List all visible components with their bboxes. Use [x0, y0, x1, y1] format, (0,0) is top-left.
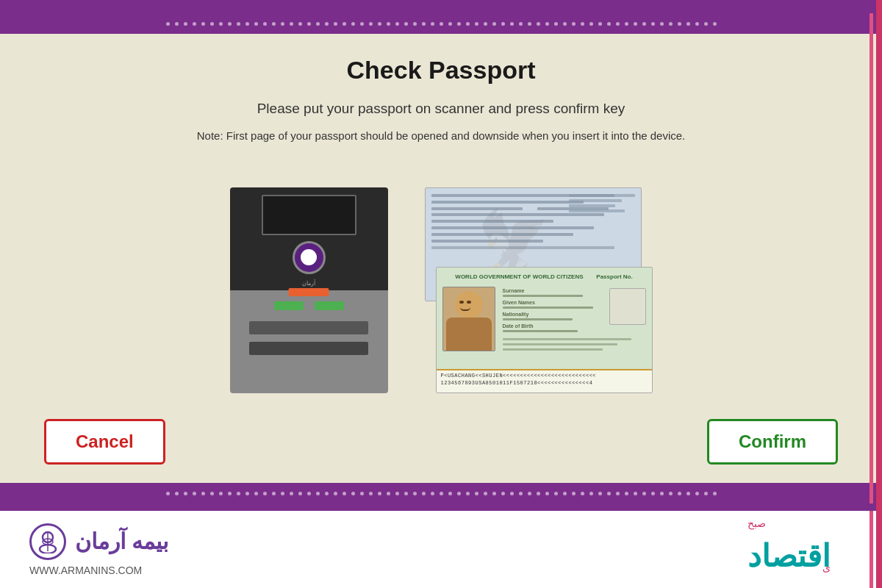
- mrz-line-2: 1234567893USA8501011F1507218<<<<<<<<<<<<…: [441, 380, 648, 386]
- arman-logo-text: بیمه آرمان: [75, 528, 168, 554]
- buttons-container: Cancel Confirm: [44, 419, 838, 465]
- page-title: Check Passport: [44, 56, 838, 85]
- eqtesad-logo: صبح اقتصاد ی: [747, 528, 831, 572]
- footer-left-logo: بیمه آرمان WWW.ARMANINS.COM: [29, 523, 168, 576]
- main-instruction: Please put your passport on scanner and …: [44, 101, 838, 117]
- arman-website: WWW.ARMANINS.COM: [29, 564, 142, 576]
- mrz-line-1: P<USACHANG<<SHUJEN<<<<<<<<<<<<<<<<<<<<<<…: [441, 373, 648, 379]
- purple-top-bar: [0, 13, 882, 34]
- arman-logo-icon: [29, 523, 66, 560]
- images-area: آرمان: [44, 163, 838, 417]
- atm-logo: [293, 241, 326, 274]
- note-instruction: Note: First page of your passport should…: [44, 127, 838, 145]
- pink-bar-right2: [870, 511, 873, 588]
- footer: بیمه آرمان WWW.ARMANINS.COM صبح اقتصاد ی: [0, 511, 882, 588]
- top-strip: [0, 0, 882, 13]
- right-vertical-bar2: [870, 13, 873, 503]
- purple-bottom-bar: [0, 483, 882, 503]
- passport-illustration: 🦅: [425, 187, 653, 393]
- atm-illustration: آرمان: [230, 187, 388, 393]
- main-content-panel: Check Passport Please put your passport …: [0, 34, 882, 483]
- right-vertical-bar: [876, 0, 882, 588]
- bottom-strip: [0, 503, 882, 511]
- footer-right-logo: صبح اقتصاد ی: [747, 528, 853, 572]
- cancel-button[interactable]: Cancel: [44, 419, 165, 465]
- confirm-button[interactable]: Confirm: [707, 419, 838, 465]
- top-dots: [15, 22, 867, 26]
- bottom-dots: [15, 492, 867, 495]
